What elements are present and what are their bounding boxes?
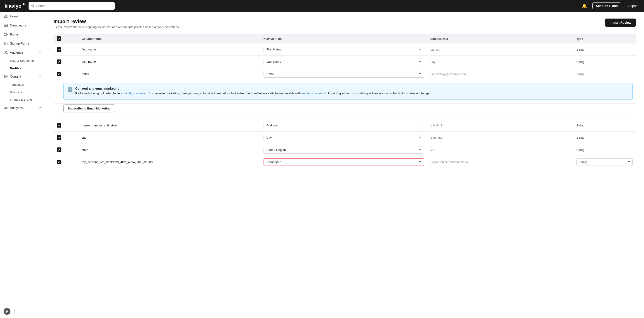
klaviyo-field-select-2[interactable]: First NameLast NameEmailAddressCityState… — [264, 70, 424, 78]
notifications-bell[interactable]: 🔔 — [580, 2, 589, 9]
svg-text:klaviyo: klaviyo — [4, 3, 22, 9]
sidebar-item-lists-segments[interactable]: Lists & Segments — [0, 57, 45, 64]
klaviyo-field-cell: First NameLast NameEmailAddressCityState… — [260, 56, 427, 68]
klaviyo-field-select-4[interactable]: First NameLast NameEmailAddressCityState… — [264, 134, 424, 141]
klaviyo-field-select-6[interactable]: First NameLast NameEmailAddressCityState… — [264, 158, 424, 166]
subscribe-row: Subscribe to Email Marketing — [54, 103, 636, 119]
home-icon — [4, 14, 8, 18]
sidebar-section-content[interactable]: Content — [0, 72, 45, 81]
consent-box: ℹ️ Consent and email marketing If all em… — [64, 83, 633, 100]
sidebar-item-flows[interactable]: Flows — [0, 30, 45, 39]
svg-rect-6 — [4, 42, 7, 45]
explicitly-consented-link[interactable]: explicitly consented ↗ — [120, 92, 151, 95]
svg-point-7 — [5, 51, 6, 52]
sidebar-item-home[interactable]: Home — [0, 12, 45, 21]
sidebar-item-campaigns[interactable]: Campaigns — [0, 21, 45, 30]
search-bar[interactable] — [28, 2, 115, 10]
search-input[interactable] — [36, 4, 112, 8]
page-title: Import review — [54, 18, 180, 24]
signup-forms-icon — [4, 42, 8, 45]
sidebar-item-products[interactable]: Products — [0, 88, 45, 96]
content-icon — [4, 75, 8, 78]
sample-data-cell: Larissa — [427, 43, 573, 56]
top-navigation: klaviyo 🔔 Account Plans Support — [0, 0, 644, 12]
row-checkbox-2[interactable] — [57, 72, 61, 76]
avatar-initial: F — [4, 308, 10, 315]
klaviyo-field-cell: First NameLast NameEmailAddressCityState… — [260, 43, 427, 56]
column-name-cell: state — [78, 144, 260, 156]
type-cell: String — [573, 43, 636, 56]
row-checkbox-6[interactable] — [57, 160, 61, 164]
search-icon — [31, 4, 34, 7]
sample-data-cell: LarissaFay@example.com — [427, 68, 573, 80]
column-name-cell: first_name — [78, 43, 260, 56]
klaviyo-field-select-3[interactable]: First NameLast NameEmailAddressCityState… — [264, 122, 424, 129]
sidebar-item-profiles[interactable]: Profiles — [0, 64, 45, 72]
column-name-cell: fdy_persona_set_0d9fde99_4f9c_4834_96af_… — [78, 156, 260, 168]
analytics-icon — [4, 106, 8, 110]
klaviyo-field-select-5[interactable]: First NameLast NameEmailAddressCityState… — [264, 146, 424, 154]
user-avatar[interactable]: F — [0, 305, 45, 318]
sample-data-cell: Burlington — [427, 131, 573, 144]
column-name-cell: city — [78, 131, 260, 144]
account-plans-button[interactable]: Account Plans — [592, 2, 621, 9]
logo[interactable]: klaviyo — [4, 3, 25, 9]
header-type: Type — [573, 34, 636, 43]
sidebar: Home Campaigns Flows Signup Forms — [0, 12, 45, 318]
campaigns-icon — [4, 23, 8, 27]
sample-data-cell: Fay — [427, 56, 573, 68]
select-all-checkbox[interactable] — [57, 36, 61, 41]
implied-consent-link[interactable]: implied consent ↗ — [302, 92, 326, 95]
column-name-cell: house_number_and_street — [78, 119, 260, 131]
klaviyo-field-cell: First NameLast NameEmailAddressCityState… — [260, 119, 427, 131]
flows-icon — [4, 32, 8, 36]
row-checkbox-0[interactable] — [57, 47, 61, 52]
table-row: house_number_and_streetFirst NameLast Na… — [54, 119, 636, 131]
consent-row: ℹ️ Consent and email marketing If all em… — [54, 80, 636, 104]
column-name-cell: email — [78, 68, 260, 80]
audience-icon — [4, 51, 8, 54]
header-klaviyo-field: Klaviyo Field — [260, 34, 427, 43]
consent-text: If all emails being uploaded have explic… — [75, 91, 432, 96]
row-checkbox-1[interactable] — [57, 59, 61, 64]
chevron-up-down-icon — [12, 310, 16, 313]
sidebar-section-analytics[interactable]: Analytics — [0, 103, 45, 112]
header-check — [54, 34, 78, 43]
table-row: fdy_persona_set_0d9fde99_4f9c_4834_96af_… — [54, 156, 636, 168]
import-table: Column Name Klaviyo Field Sample Data Ty… — [54, 34, 636, 168]
import-review-button[interactable]: Import Review — [605, 18, 636, 27]
type-cell: String — [573, 56, 636, 68]
sidebar-section-audience[interactable]: Audience — [0, 48, 45, 57]
sample-data-cell: Glamorous Grandma Gloria — [427, 156, 573, 168]
sidebar-item-templates[interactable]: Templates — [0, 81, 45, 88]
row-checkbox-5[interactable] — [57, 148, 61, 152]
chevron-up-icon-2 — [38, 75, 41, 78]
main-content: Import review Please review the field ma… — [45, 12, 644, 318]
sample-data-cell: VT — [427, 144, 573, 156]
table-row: last_nameFirst NameLast NameEmailAddress… — [54, 56, 636, 68]
klaviyo-field-cell: First NameLast NameEmailAddressCityState… — [260, 131, 427, 144]
type-cell: StringNumberBooleanDate — [573, 156, 636, 168]
table-row: first_nameFirst NameLast NameEmailAddres… — [54, 43, 636, 56]
type-select-6[interactable]: StringNumberBooleanDate — [576, 158, 633, 166]
klaviyo-field-cell: First NameLast NameEmailAddressCityState… — [260, 144, 427, 156]
header-sample-data: Sample Data — [427, 34, 573, 43]
chevron-up-icon — [38, 51, 41, 54]
page-subtitle: Please review the field mapping so we ca… — [54, 25, 180, 29]
sidebar-item-signup-forms[interactable]: Signup Forms — [0, 39, 45, 48]
consent-title: Consent and email marketing — [75, 87, 432, 90]
table-row: emailFirst NameLast NameEmailAddressCity… — [54, 68, 636, 80]
row-checkbox-4[interactable] — [57, 135, 61, 140]
klaviyo-field-cell: First NameLast NameEmailAddressCityState… — [260, 156, 427, 168]
column-name-cell: last_name — [78, 56, 260, 68]
sidebar-item-images-brand[interactable]: Images & Brand — [0, 96, 45, 103]
subscribe-email-marketing-button[interactable]: Subscribe to Email Marketing — [64, 105, 115, 112]
klaviyo-field-cell: First NameLast NameEmailAddressCityState… — [260, 68, 427, 80]
page-header: Import review Please review the field ma… — [54, 18, 636, 29]
support-link[interactable]: Support — [625, 3, 640, 9]
row-checkbox-3[interactable] — [57, 123, 61, 128]
type-cell: String — [573, 144, 636, 156]
klaviyo-field-select-1[interactable]: First NameLast NameEmailAddressCityState… — [264, 58, 424, 65]
chevron-down-icon — [38, 107, 41, 109]
klaviyo-field-select-0[interactable]: First NameLast NameEmailAddressCityState… — [264, 46, 424, 53]
